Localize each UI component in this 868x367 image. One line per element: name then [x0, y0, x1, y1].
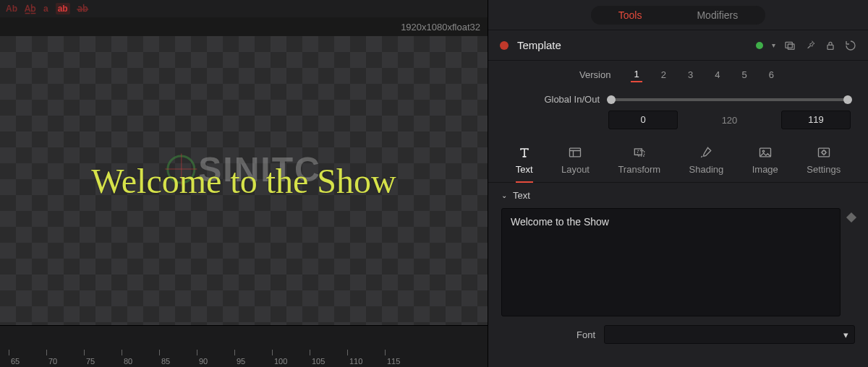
reset-icon[interactable]: [845, 40, 856, 51]
font-select[interactable]: ▾: [604, 325, 855, 344]
style-ab-strike-icon[interactable]: a̶b̶: [77, 4, 88, 14]
text-input[interactable]: [501, 208, 841, 316]
layout-icon: [568, 145, 582, 160]
global-io-slider[interactable]: [608, 98, 851, 101]
version-3[interactable]: 3: [685, 68, 696, 82]
version-5[interactable]: 5: [739, 68, 749, 82]
canvas-viewer[interactable]: SINITC Welcome to the Show: [0, 36, 488, 325]
version-label: Version: [579, 69, 610, 80]
global-in-value[interactable]: 0: [608, 111, 678, 129]
svg-rect-3: [570, 148, 581, 157]
svg-rect-0: [786, 42, 792, 48]
inspector-subtabs: Text Layout Transform Shading Image Sett…: [488, 138, 868, 183]
image-icon: [758, 145, 773, 160]
subtab-image[interactable]: Image: [752, 145, 778, 182]
tick-label: 105: [312, 357, 325, 366]
inspector-top-tabs: Tools Modifiers: [488, 0, 868, 30]
tick-label: 85: [161, 357, 170, 366]
global-in-out: Global In/Out 0 120 119: [488, 88, 868, 138]
version-1[interactable]: 1: [631, 67, 642, 82]
chevron-down-icon: ⌄: [501, 191, 507, 199]
subtab-text[interactable]: Text: [516, 145, 533, 182]
timeline-ruler[interactable]: 65 70 75 80 85 90 95 100 105 110 115: [0, 351, 488, 367]
section-text-label: Text: [513, 190, 530, 201]
subtab-layout[interactable]: Layout: [561, 145, 590, 182]
font-label: Font: [501, 329, 595, 340]
svg-rect-4: [634, 149, 642, 155]
svg-rect-1: [788, 44, 794, 49]
tick-label: 90: [199, 357, 208, 366]
version-row: Version 1 2 3 4 5 6: [488, 61, 868, 88]
window-icon[interactable]: [784, 40, 796, 51]
version-6[interactable]: 6: [766, 68, 777, 82]
node-name-label[interactable]: Template: [517, 39, 747, 51]
timeline-strip: 65 70 75 80 85 90 95 100 105 110 115: [0, 325, 488, 367]
global-io-label: Global In/Out: [506, 94, 600, 105]
tick-label: 110: [349, 357, 362, 366]
tick-label: 100: [274, 357, 287, 366]
viewer-resolution-bar: 1920x1080xfloat32: [0, 17, 488, 36]
tick-label: 75: [86, 357, 95, 366]
chevron-down-icon: ▾: [843, 329, 848, 340]
tick-label: 65: [11, 357, 20, 366]
section-text-header[interactable]: ⌄ Text: [488, 183, 868, 208]
style-ab-plain-icon[interactable]: Ab: [6, 4, 17, 14]
tab-tools[interactable]: Tools: [591, 6, 670, 25]
chevron-down-icon[interactable]: ▾: [772, 41, 775, 49]
svg-point-9: [822, 151, 825, 155]
subtab-text-label: Text: [516, 164, 533, 175]
svg-rect-2: [827, 45, 833, 49]
tick-label: 115: [387, 357, 400, 366]
viewer-panel: Ab A̲b̲ a ab a̶b̶ 1920x1080xfloat32 SINI…: [0, 0, 488, 367]
version-4[interactable]: 4: [712, 68, 723, 82]
lock-icon[interactable]: [825, 40, 836, 51]
font-row: Font ▾: [488, 316, 868, 344]
resolution-label: 1920x1080xfloat32: [401, 22, 480, 33]
subtab-layout-label: Layout: [561, 164, 590, 175]
svg-point-7: [762, 150, 765, 152]
global-out-value[interactable]: 119: [781, 111, 851, 129]
brush-icon: [699, 145, 713, 160]
subtab-settings[interactable]: Settings: [807, 145, 841, 182]
transform-icon: [632, 145, 647, 160]
subtab-shading[interactable]: Shading: [689, 145, 724, 182]
tick-label: 80: [124, 357, 132, 366]
node-header: Template ▾: [488, 30, 868, 61]
inspector-panel: Tools Modifiers Template ▾ Version 1 2 3…: [488, 0, 868, 367]
style-a-lower-icon[interactable]: a: [43, 4, 48, 14]
subtab-image-label: Image: [752, 164, 778, 175]
style-ab-active-icon[interactable]: ab: [56, 3, 70, 14]
subtab-shading-label: Shading: [689, 164, 724, 175]
text-style-toolbar: Ab A̲b̲ a ab a̶b̶: [0, 0, 488, 17]
tick-label: 95: [237, 357, 245, 366]
subtab-settings-label: Settings: [807, 164, 841, 175]
keyframe-diamond-icon[interactable]: [846, 212, 856, 223]
range-thumb-in[interactable]: [607, 95, 616, 104]
gear-icon: [817, 145, 831, 160]
range-thumb-out[interactable]: [843, 95, 852, 104]
node-enable-toggle[interactable]: [500, 41, 509, 50]
subtab-transform-label: Transform: [618, 164, 660, 175]
version-2[interactable]: 2: [658, 68, 669, 82]
global-mid-value: 120: [722, 115, 738, 126]
subtab-transform[interactable]: Transform: [618, 145, 660, 182]
pin-icon[interactable]: [804, 40, 816, 51]
text-icon: [517, 145, 532, 160]
tick-label: 70: [48, 357, 57, 366]
node-color-dot[interactable]: [756, 42, 763, 49]
canvas-text-preview[interactable]: Welcome to the Show: [91, 161, 396, 201]
style-ab-underline-icon[interactable]: A̲b̲: [25, 4, 36, 14]
tab-modifiers[interactable]: Modifiers: [669, 6, 765, 25]
